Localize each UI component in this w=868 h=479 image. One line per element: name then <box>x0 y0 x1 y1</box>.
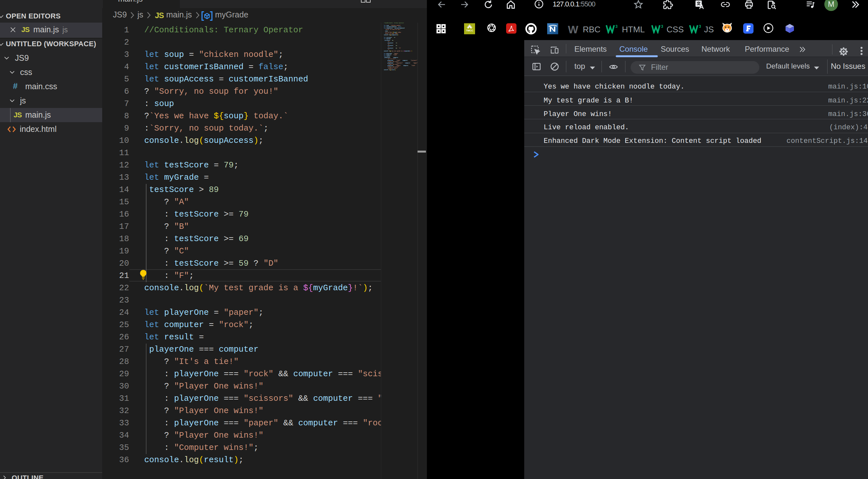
svg-text:3: 3 <box>699 24 701 29</box>
svg-text:TMCC: TMCC <box>466 29 473 32</box>
svg-text:3: 3 <box>661 24 663 29</box>
svg-text:3: 3 <box>615 24 618 29</box>
